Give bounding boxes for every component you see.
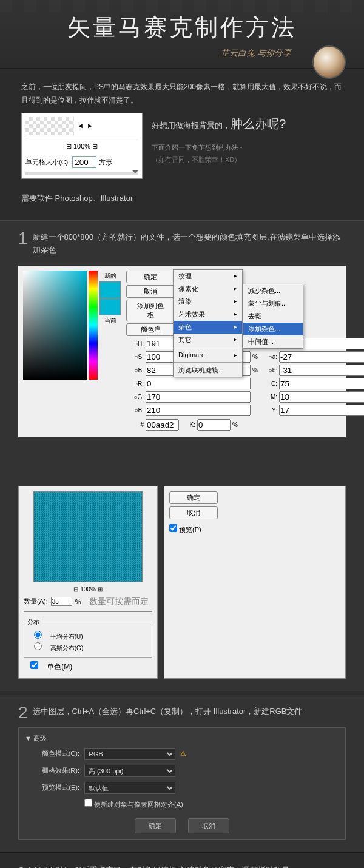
cancel-button[interactable]: 取消 <box>188 818 229 833</box>
mono-checkbox[interactable]: 单色(M) <box>24 661 152 672</box>
page-subtitle: 芷云白兔 与你分享 <box>18 48 346 59</box>
warning-icon: ⚠ <box>180 750 186 758</box>
page-title: 矢量马赛克制作方法 <box>18 12 346 43</box>
menu-item[interactable]: 艺术效果▸ <box>174 308 242 321</box>
preview-checkbox[interactable]: 预览(P) <box>169 524 340 534</box>
dist-gaussian[interactable]: 高斯分布(G) <box>27 642 149 653</box>
colormode-label: 颜色模式(C): <box>25 749 79 758</box>
menu-item[interactable]: 像素化▸ <box>174 283 242 295</box>
preview-label: 预览模式(E): <box>25 783 79 792</box>
step-1: 1 新建一个800*800（方的就行）的文件，选一个想要的颜色填充图层,在滤镜菜… <box>0 220 364 691</box>
q3-text: （如有雷同，不胜荣幸！XD） <box>152 154 343 166</box>
submenu-item[interactable]: 蒙尘与划痕... <box>243 297 303 310</box>
submenu-item[interactable]: 中间值... <box>243 335 303 348</box>
noise-dialog-right: 确定 取消 预览(P) <box>164 486 346 679</box>
header: 矢量马赛克制作方法 芷云白兔 与你分享 <box>0 0 364 69</box>
advanced-toggle[interactable]: ▼ 高级 <box>25 734 339 743</box>
g-field[interactable] <box>146 391 251 403</box>
b-field[interactable] <box>279 365 364 376</box>
cell-size-label: 单元格大小(C): <box>25 156 70 169</box>
amount-label: 数量(A): <box>24 597 48 606</box>
distribution-group: 分布 平均分布(U) 高斯分布(G) <box>24 618 152 658</box>
menu-item[interactable]: 浏览联机滤镜... <box>174 364 242 377</box>
cancel-button[interactable]: 取消 <box>126 285 175 298</box>
submenu-item[interactable]: 减少杂色... <box>243 284 303 297</box>
pixel-align-checkbox[interactable]: 使新建对象与像素网格对齐(A) <box>84 799 339 809</box>
checker-preview <box>25 117 74 135</box>
minus-icon[interactable]: ⊟ <box>73 586 78 593</box>
color-gradient-area[interactable] <box>23 271 87 380</box>
submenu-item-addnoise[interactable]: 添加杂色... <box>243 323 303 335</box>
slider-thumb-icon[interactable] <box>132 170 138 177</box>
amount-input[interactable] <box>51 597 72 606</box>
filter-menu: 纹理▸ 像素化▸ 渲染▸ 艺术效果▸ 杂色▸ 其它▸ Digimarc▸ 浏览联… <box>173 269 243 377</box>
q1-b: 肿么办呢? <box>231 117 286 130</box>
avatar <box>312 45 346 79</box>
swatch-current <box>99 298 121 315</box>
intro-section: 之前，一位朋友提问，PS中的马赛克效果最大只能200像素一格，就算用最大值，效果… <box>0 69 364 217</box>
step-num: 2 <box>18 704 28 721</box>
hex-field[interactable] <box>146 419 179 431</box>
y-field[interactable] <box>279 405 364 416</box>
cancel-button[interactable]: 取消 <box>169 506 218 519</box>
arrow-left-icon[interactable]: ◄ <box>77 120 84 132</box>
step-2: 2 选中图层，Ctrl+A（全选）再Ctrl+C（复制），打开 Illustra… <box>0 695 364 853</box>
plus-icon[interactable]: ⊞ <box>98 586 103 593</box>
colormode-select[interactable]: RGB <box>84 748 175 760</box>
raster-select[interactable]: 高 (300 ppi) <box>84 765 175 777</box>
menu-item-noise[interactable]: 杂色▸ <box>174 321 242 334</box>
noise-zoom: 100% <box>80 586 96 593</box>
dist-uniform[interactable]: 平均分布(U) <box>27 631 149 641</box>
plus-icon[interactable]: ⊞ <box>92 143 98 150</box>
paste-instruction: Ctrl+V（粘贴）,然后重点来了，在对象里选择 创建对象马赛克，调整拼贴数量 <box>0 853 364 868</box>
menu-item[interactable]: 渲染▸ <box>174 295 242 308</box>
swatch-cur-label: 当前 <box>99 317 121 325</box>
k-field[interactable] <box>197 419 231 431</box>
step-text: 选中图层，Ctrl+A（全选）再Ctrl+C（复制），打开 Illustrato… <box>18 704 346 718</box>
cell-size-input[interactable] <box>72 156 96 168</box>
q1-a: 好想用做海报背景的， <box>152 121 231 130</box>
zoom-label: 100% <box>73 143 90 150</box>
menu-item[interactable]: 纹理▸ <box>174 270 242 283</box>
amount-slider[interactable] <box>24 611 152 612</box>
hue-slider[interactable] <box>89 271 98 380</box>
submenu-item[interactable]: 去斑 <box>243 310 303 323</box>
q2-text: 下面介绍一下兔芷想到的办法~ <box>152 142 343 154</box>
r-field[interactable] <box>146 378 251 389</box>
note-text: 数量可按需而定 <box>89 596 149 607</box>
preview-select[interactable]: 默认值 <box>84 782 175 794</box>
bval-field[interactable] <box>146 405 251 416</box>
m-field[interactable] <box>279 391 364 403</box>
ok-button[interactable]: 确定 <box>135 818 176 833</box>
step-num: 1 <box>18 230 28 247</box>
raster-label: 栅格效果(R): <box>25 766 79 775</box>
minus-icon[interactable]: ⊟ <box>66 143 72 150</box>
add-swatch-button[interactable]: 添加到色板 <box>126 300 175 321</box>
a-field[interactable] <box>279 351 364 363</box>
cell-unit: 方形 <box>99 156 112 169</box>
ps-mosaic-dialog: ◄ ► ⊟ 100% ⊞ 单元格大小(C): 方形 <box>21 113 143 179</box>
swatch-new-label: 新的 <box>99 272 121 280</box>
noise-dialog-left: ⊟ 100% ⊞ 数量(A): % 数量可按需而定 分布 平均分布(U) 高斯分… <box>18 486 158 679</box>
menu-item[interactable]: Digimarc▸ <box>174 349 242 361</box>
amount-unit: % <box>75 598 81 605</box>
ok-button[interactable]: 确定 <box>169 491 218 504</box>
swatch-new <box>99 281 121 298</box>
c-field[interactable] <box>279 378 364 389</box>
ai-newdoc-dialog: ▼ 高级 颜色模式(C):RGB ⚠ 栅格效果(R):高 (300 ppi) 预… <box>18 727 346 840</box>
color-lib-button[interactable]: 颜色库 <box>126 323 175 336</box>
ok-button[interactable]: 确定 <box>126 271 175 283</box>
menu-item[interactable]: 其它▸ <box>174 334 242 346</box>
intro-text: 之前，一位朋友提问，PS中的马赛克效果最大只能200像素一格，就算用最大值，效果… <box>21 81 343 107</box>
dist-legend: 分布 <box>27 618 39 627</box>
arrow-right-icon[interactable]: ► <box>87 120 93 132</box>
noise-submenu: 减少杂色... 蒙尘与划痕... 去斑 添加杂色... 中间值... <box>243 284 303 349</box>
step-text: 新建一个800*800（方的就行）的文件，选一个想要的颜色填充图层,在滤镜菜单中… <box>18 230 346 257</box>
requirements: 需要软件 Photoshop、Illustrator <box>21 191 343 205</box>
noise-preview-image <box>33 491 143 582</box>
